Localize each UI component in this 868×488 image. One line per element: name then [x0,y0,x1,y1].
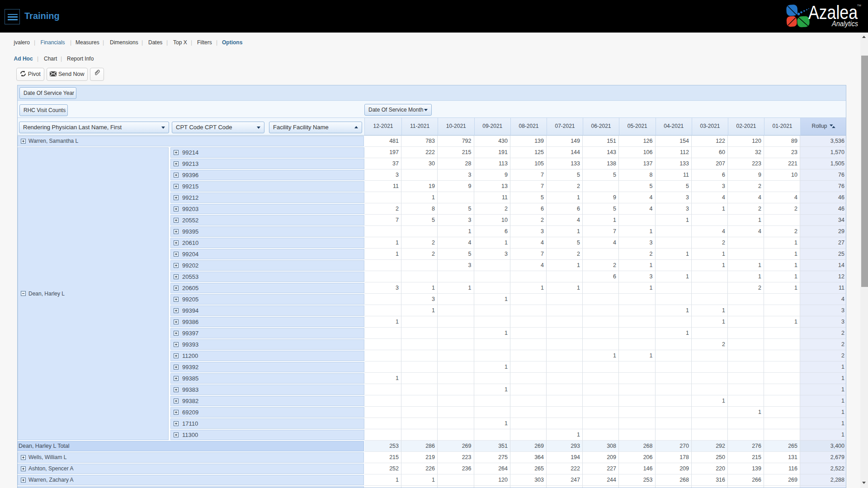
svg-text:Analytics: Analytics [831,19,858,28]
svg-text:TM: TM [857,4,861,7]
